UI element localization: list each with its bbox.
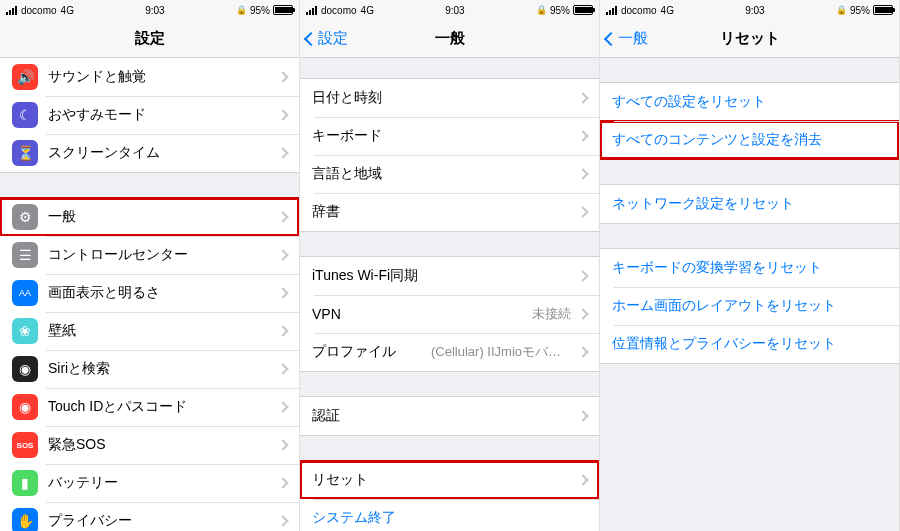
chevron-right-icon	[577, 410, 588, 421]
hourglass-icon: ⏳	[12, 140, 38, 166]
display-icon: AA	[12, 280, 38, 306]
battery-pct: 95%	[850, 5, 870, 16]
lock-icon: 🔒	[836, 5, 847, 15]
chevron-right-icon	[577, 346, 588, 357]
status-bar: docomo 4G 9:03 🔒 95%	[300, 0, 599, 20]
network-label: 4G	[661, 5, 674, 16]
lock-icon: 🔒	[536, 5, 547, 15]
screen-reset: docomo 4G 9:03 🔒 95% 一般 リセット すべての設定をリセット…	[600, 0, 900, 531]
row-dnd[interactable]: ☾おやすみモード	[0, 96, 299, 134]
row-screentime[interactable]: ⏳スクリーンタイム	[0, 134, 299, 172]
row-reset[interactable]: リセット	[300, 461, 599, 499]
chevron-right-icon	[577, 308, 588, 319]
chevron-left-icon	[304, 31, 318, 45]
settings-list[interactable]: 🔊サウンドと触覚 ☾おやすみモード ⏳スクリーンタイム ⚙一般 ☰コントロールセ…	[0, 58, 299, 531]
network-label: 4G	[61, 5, 74, 16]
signal-icon	[606, 6, 617, 15]
chevron-right-icon	[577, 130, 588, 141]
profile-detail: (Cellular) IIJmioモバイルサ…	[431, 343, 571, 361]
row-touchid[interactable]: ◉Touch IDとパスコード	[0, 388, 299, 426]
nav-bar: 設定 一般	[300, 20, 599, 58]
row-reset-home[interactable]: ホーム画面のレイアウトをリセット	[600, 287, 899, 325]
chevron-right-icon	[277, 325, 288, 336]
row-dictionary[interactable]: 辞書	[300, 193, 599, 231]
row-shutdown[interactable]: システム終了	[300, 499, 599, 531]
page-title: リセット	[720, 29, 780, 48]
status-bar: docomo 4G 9:03 🔒 95%	[0, 0, 299, 20]
chevron-right-icon	[277, 71, 288, 82]
siri-icon: ◉	[12, 356, 38, 382]
chevron-right-icon	[577, 168, 588, 179]
row-siri[interactable]: ◉Siriと検索	[0, 350, 299, 388]
chevron-right-icon	[277, 477, 288, 488]
row-datetime[interactable]: 日付と時刻	[300, 79, 599, 117]
battery-row-icon: ▮	[12, 470, 38, 496]
row-reset-network[interactable]: ネットワーク設定をリセット	[600, 185, 899, 223]
row-keyboard[interactable]: キーボード	[300, 117, 599, 155]
lock-icon: 🔒	[236, 5, 247, 15]
nav-bar: 設定	[0, 20, 299, 58]
carrier-label: docomo	[621, 5, 657, 16]
chevron-right-icon	[277, 363, 288, 374]
battery-icon	[573, 5, 593, 15]
back-button[interactable]: 設定	[306, 29, 348, 48]
moon-icon: ☾	[12, 102, 38, 128]
battery-pct: 95%	[550, 5, 570, 16]
time-label: 9:03	[445, 5, 464, 16]
gear-icon: ⚙	[12, 204, 38, 230]
row-reset-keyboard[interactable]: キーボードの変換学習をリセット	[600, 249, 899, 287]
time-label: 9:03	[145, 5, 164, 16]
row-language[interactable]: 言語と地域	[300, 155, 599, 193]
page-title: 設定	[135, 29, 165, 48]
sound-icon: 🔊	[12, 64, 38, 90]
battery-icon	[873, 5, 893, 15]
reset-list[interactable]: すべての設定をリセット すべてのコンテンツと設定を消去 ネットワーク設定をリセッ…	[600, 58, 899, 531]
screen-general: docomo 4G 9:03 🔒 95% 設定 一般 日付と時刻 キーボード 言…	[300, 0, 600, 531]
chevron-right-icon	[277, 249, 288, 260]
chevron-right-icon	[277, 109, 288, 120]
row-auth[interactable]: 認証	[300, 397, 599, 435]
network-label: 4G	[361, 5, 374, 16]
row-sound[interactable]: 🔊サウンドと触覚	[0, 58, 299, 96]
row-battery[interactable]: ▮バッテリー	[0, 464, 299, 502]
row-vpn[interactable]: VPN未接続	[300, 295, 599, 333]
chevron-right-icon	[577, 92, 588, 103]
chevron-right-icon	[577, 474, 588, 485]
status-bar: docomo 4G 9:03 🔒 95%	[600, 0, 899, 20]
chevron-left-icon	[604, 31, 618, 45]
chevron-right-icon	[577, 270, 588, 281]
chevron-right-icon	[577, 206, 588, 217]
row-wallpaper[interactable]: ❀壁紙	[0, 312, 299, 350]
row-profile[interactable]: プロファイル(Cellular) IIJmioモバイルサ…	[300, 333, 599, 371]
chevron-right-icon	[277, 401, 288, 412]
row-privacy[interactable]: ✋プライバシー	[0, 502, 299, 531]
sos-icon: SOS	[12, 432, 38, 458]
vpn-status: 未接続	[532, 305, 571, 323]
row-reset-location[interactable]: 位置情報とプライバシーをリセット	[600, 325, 899, 363]
back-button[interactable]: 一般	[606, 29, 648, 48]
time-label: 9:03	[745, 5, 764, 16]
fingerprint-icon: ◉	[12, 394, 38, 420]
nav-bar: 一般 リセット	[600, 20, 899, 58]
signal-icon	[6, 6, 17, 15]
battery-icon	[273, 5, 293, 15]
row-display[interactable]: AA画面表示と明るさ	[0, 274, 299, 312]
hand-icon: ✋	[12, 508, 38, 531]
battery-pct: 95%	[250, 5, 270, 16]
chevron-right-icon	[277, 211, 288, 222]
screen-settings: docomo 4G 9:03 🔒 95% 設定 🔊サウンドと触覚 ☾おやすみモー…	[0, 0, 300, 531]
row-general[interactable]: ⚙一般	[0, 198, 299, 236]
row-sos[interactable]: SOS緊急SOS	[0, 426, 299, 464]
row-reset-all-settings[interactable]: すべての設定をリセット	[600, 83, 899, 121]
row-control-center[interactable]: ☰コントロールセンター	[0, 236, 299, 274]
general-list[interactable]: 日付と時刻 キーボード 言語と地域 辞書 iTunes Wi-Fi同期 VPN未…	[300, 58, 599, 531]
toggles-icon: ☰	[12, 242, 38, 268]
signal-icon	[306, 6, 317, 15]
wallpaper-icon: ❀	[12, 318, 38, 344]
carrier-label: docomo	[21, 5, 57, 16]
page-title: 一般	[435, 29, 465, 48]
chevron-right-icon	[277, 147, 288, 158]
carrier-label: docomo	[321, 5, 357, 16]
row-itunes-wifi[interactable]: iTunes Wi-Fi同期	[300, 257, 599, 295]
row-erase-all[interactable]: すべてのコンテンツと設定を消去	[600, 121, 899, 159]
